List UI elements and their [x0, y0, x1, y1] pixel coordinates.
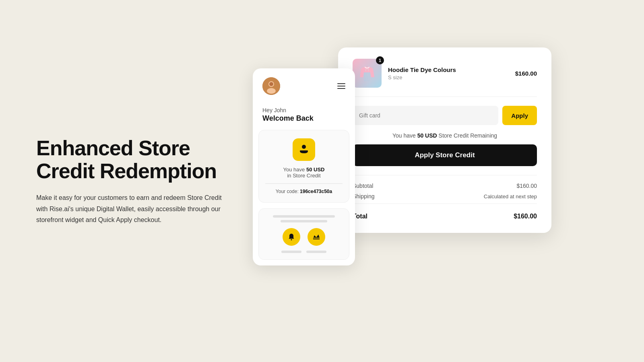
product-image-container: 1 [353, 59, 382, 88]
wallet-icon [298, 143, 310, 157]
product-info: Hoodie Tie Dye Colours S size [388, 66, 509, 80]
tag-line-1 [281, 251, 301, 253]
product-badge: 1 [376, 56, 384, 64]
store-credit-info: You have 50 USD Store Credit Remaining [353, 132, 537, 139]
total-row: Total $160.00 [353, 211, 537, 220]
avatar [262, 77, 280, 95]
credit-info: You have 50 USD in Store Credit [265, 167, 343, 179]
gift-card-input[interactable] [353, 106, 498, 125]
bottom-tags [265, 251, 343, 253]
shipping-value: Calculated at next step [484, 193, 537, 200]
subtotal-row: Subtotal $160.00 [353, 183, 537, 189]
description-text: Make it easy for your customers to earn … [36, 192, 229, 225]
line-1 [273, 215, 335, 218]
subtotal-value: $160.00 [516, 183, 537, 189]
greeting-section: Hey John Welcome Back [253, 102, 355, 130]
svg-point-3 [269, 82, 273, 86]
shipping-label: Shipping [353, 193, 375, 200]
gift-card-row: Apply [353, 106, 537, 125]
credit-card-section: You have 50 USD in Store Credit Your cod… [258, 130, 349, 203]
code-text: Your code: 196ce473c50a [265, 189, 343, 194]
product-row: 1 Hoodie Tie Dye Colours S size $160.00 [353, 59, 537, 97]
svg-point-2 [267, 88, 276, 94]
bottom-icons-row [265, 228, 343, 246]
apply-gift-card-button[interactable]: Apply [502, 106, 537, 125]
svg-point-4 [302, 145, 306, 149]
notification-icon-button[interactable] [283, 228, 300, 246]
tag-line-2 [306, 251, 326, 253]
main-heading: Enhanced Store Credit Redemption [36, 137, 229, 183]
shipping-row: Shipping Calculated at next step [353, 193, 537, 200]
total-value: $160.00 [514, 213, 537, 220]
hey-text: Hey John [262, 107, 345, 113]
phone-header [253, 68, 355, 102]
bottom-lines [265, 215, 343, 222]
line-2 [281, 220, 327, 222]
left-section: Enhanced Store Credit Redemption Make it… [36, 137, 229, 225]
total-divider [353, 204, 537, 204]
divider [265, 183, 343, 184]
crown-icon-button[interactable] [308, 228, 325, 246]
product-size: S size [388, 74, 509, 80]
svg-rect-5 [300, 150, 308, 151]
phone-widget: Hey John Welcome Back You have 50 USD in… [253, 68, 355, 265]
subtotal-label: Subtotal [353, 183, 373, 189]
avatar-image [262, 77, 280, 95]
svg-point-6 [291, 239, 292, 241]
bottom-card [258, 208, 349, 260]
welcome-text: Welcome Back [262, 114, 345, 123]
checkout-divider [353, 175, 537, 175]
menu-icon[interactable] [337, 83, 345, 89]
apply-store-credit-button[interactable]: Apply Store Credit [353, 144, 537, 166]
wallet-icon-container [293, 138, 315, 161]
product-name: Hoodie Tie Dye Colours [388, 66, 509, 73]
checkout-card: 1 Hoodie Tie Dye Colours S size $160.00 … [338, 47, 551, 233]
product-price: $160.00 [515, 70, 537, 77]
